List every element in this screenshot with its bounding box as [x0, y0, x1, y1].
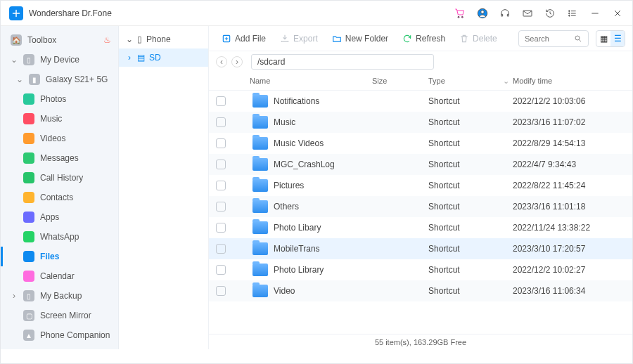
table-row[interactable]: Music VideosShortcut2022/8/29 14:54:13 [209, 133, 632, 154]
files-icon [23, 251, 34, 262]
phone-icon: ▮ [29, 74, 40, 85]
svg-rect-4 [523, 11, 532, 16]
cart-icon[interactable] [454, 7, 466, 20]
sidebar-item-videos[interactable]: Videos [1, 129, 118, 148]
sidebar-item-photos[interactable]: Photos [1, 89, 118, 109]
row-checkbox[interactable] [216, 202, 226, 212]
table-row[interactable]: OthersShortcut2023/3/16 11:01:18 [209, 196, 632, 217]
headset-icon[interactable] [499, 7, 511, 20]
sidebar-item-music[interactable]: Music [1, 109, 118, 129]
history-icon[interactable] [544, 7, 556, 20]
menu-icon[interactable] [566, 7, 579, 20]
sd-icon: ▤ [137, 53, 145, 63]
table-row[interactable]: MusicShortcut2023/3/16 11:07:02 [209, 112, 632, 133]
sidebar-item-messages[interactable]: Messages [1, 148, 118, 168]
sidebar-item-contacts[interactable]: Contacts [1, 188, 118, 207]
file-time: 2023/3/16 11:01:18 [513, 202, 625, 212]
table-row[interactable]: MGC_CrashLogShortcut2022/4/7 9:34:43 [209, 154, 632, 175]
file-type: Shortcut [428, 138, 499, 148]
sidebar-phone-model[interactable]: ⌄ ▮ Galaxy S21+ 5G [1, 70, 118, 89]
sidebar-item-calendar[interactable]: Calendar [1, 266, 118, 286]
search-input[interactable] [518, 30, 589, 47]
phone-icon: ▯ [137, 34, 142, 44]
col-time[interactable]: Modify time [513, 77, 625, 86]
sidebar-item-whatsapp[interactable]: WhatsApp [1, 227, 118, 247]
file-list[interactable]: NotificationsShortcut2022/12/2 10:03:06M… [209, 91, 632, 334]
file-name: Pictures [274, 181, 304, 190]
col-type[interactable]: Type [428, 77, 499, 86]
delete-button[interactable]: Delete [454, 31, 503, 46]
folder-icon [252, 285, 268, 297]
nav-forward-button[interactable]: › [231, 56, 243, 67]
sidebar-screen-mirror[interactable]: › ▢ Screen Mirror [1, 306, 118, 325]
sort-indicator-icon[interactable]: ⌄ [499, 77, 513, 86]
folder-icon [252, 95, 268, 108]
path-bar: ‹ › /sdcard [209, 51, 632, 72]
chevron-right-icon: › [126, 53, 133, 63]
folder-icon [252, 179, 268, 192]
chevron-right-icon: › [11, 291, 18, 301]
storage-phone[interactable]: ⌄ ▯ Phone [119, 30, 208, 48]
folder-icon [252, 200, 268, 213]
refresh-button[interactable]: Refresh [397, 31, 451, 46]
contacts-icon [23, 192, 34, 203]
sidebar-item-apps[interactable]: Apps [1, 207, 118, 227]
storage-sd[interactable]: › ▤ SD [119, 48, 208, 67]
path-field[interactable]: /sdcard [251, 54, 434, 70]
row-checkbox[interactable] [216, 117, 226, 127]
user-icon[interactable] [476, 7, 489, 20]
sidebar-my-backup[interactable]: › ▯ My Backup [1, 286, 118, 306]
whatsapp-icon [23, 231, 34, 242]
col-size[interactable]: Size [372, 77, 428, 86]
sidebar-item-files[interactable]: Files [1, 247, 118, 266]
toolbar: Add File Export New Folder Refresh Delet… [209, 26, 632, 51]
row-checkbox[interactable] [216, 160, 226, 169]
svg-point-1 [461, 16, 463, 18]
row-checkbox[interactable] [216, 138, 226, 148]
device-icon: ▯ [23, 54, 34, 65]
folder-icon [252, 221, 268, 234]
row-checkbox[interactable] [216, 181, 226, 190]
mail-icon[interactable] [521, 7, 534, 20]
table-row[interactable]: Photo LibaryShortcut2022/11/24 13:38:22 [209, 217, 632, 238]
file-time: 2022/11/24 13:38:22 [513, 223, 625, 233]
sidebar-item-call-history[interactable]: Call History [1, 168, 118, 188]
file-name: Notifications [274, 96, 319, 106]
svg-point-9 [575, 36, 580, 40]
flame-icon: ♨ [103, 35, 111, 45]
export-button[interactable]: Export [274, 31, 324, 46]
file-name: Others [274, 202, 299, 212]
file-type: Shortcut [428, 223, 499, 233]
file-time: 2022/12/2 10:02:27 [513, 265, 625, 275]
table-row[interactable]: VideoShortcut2023/3/16 11:06:34 [209, 280, 632, 301]
file-type: Shortcut [428, 265, 499, 275]
minimize-button[interactable] [589, 7, 601, 20]
folder-icon [252, 242, 268, 255]
file-name: Music Videos [274, 138, 324, 148]
music-icon [23, 113, 34, 124]
sidebar-my-device[interactable]: ⌄ ▯ My Device [1, 50, 118, 70]
view-toggle[interactable]: ▦ ☰ [596, 30, 625, 47]
table-row[interactable]: MobileTransShortcut2023/3/10 17:20:57 [209, 238, 632, 259]
folder-icon [252, 137, 268, 150]
list-view-icon[interactable]: ☰ [610, 31, 625, 46]
grid-view-icon[interactable]: ▦ [596, 31, 610, 46]
sidebar-phone-companion[interactable]: › ▲ Phone Companion [1, 325, 118, 345]
col-name[interactable]: Name [236, 77, 372, 86]
row-checkbox[interactable] [216, 96, 226, 106]
chevron-down-icon: ⌄ [16, 74, 23, 84]
table-row[interactable]: PicturesShortcut2022/8/22 11:45:24 [209, 175, 632, 196]
row-checkbox[interactable] [216, 223, 226, 233]
close-button[interactable] [611, 7, 624, 20]
sidebar-toolbox[interactable]: 🏠 Toolbox ♨ [1, 30, 118, 50]
new-folder-button[interactable]: New Folder [326, 31, 394, 46]
table-row[interactable]: NotificationsShortcut2022/12/2 10:03:06 [209, 91, 632, 112]
row-checkbox[interactable] [216, 265, 226, 275]
nav-back-button[interactable]: ‹ [216, 56, 227, 67]
add-file-button[interactable]: Add File [216, 31, 271, 46]
row-checkbox[interactable] [216, 286, 226, 296]
file-time: 2022/8/29 14:54:13 [513, 138, 625, 148]
table-row[interactable]: Photo LibraryShortcut2022/12/2 10:02:27 [209, 259, 632, 280]
file-name: Video [274, 286, 295, 296]
row-checkbox[interactable] [216, 244, 226, 254]
